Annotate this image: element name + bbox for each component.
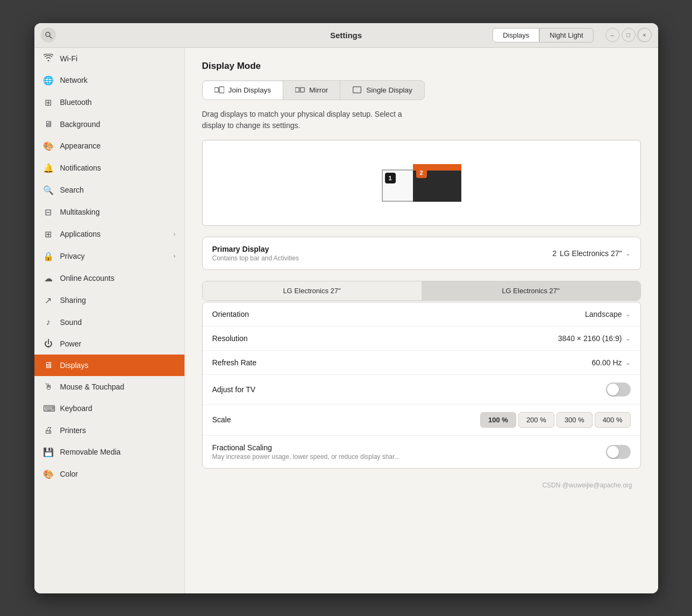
svg-rect-10 [353, 87, 361, 93]
sidebar-item-bluetooth[interactable]: ⊞ Bluetooth [34, 91, 184, 114]
close-button[interactable]: × [638, 28, 652, 42]
monitor-2[interactable]: 2 [413, 164, 461, 202]
tab-displays[interactable]: Displays [493, 28, 539, 43]
monitor-tab-1[interactable]: LG Electronics 27" [203, 281, 422, 300]
resolution-select[interactable]: 3840 × 2160 (16:9) ⌄ [558, 334, 631, 343]
main-content: Display Mode Join Displays Mirror [185, 48, 658, 593]
tab-night-light[interactable]: Night Light [539, 28, 593, 43]
scale-200-button[interactable]: 200 % [518, 412, 554, 428]
network-icon: 🌐 [43, 75, 54, 86]
orientation-chevron: ⌄ [625, 310, 631, 318]
online-accounts-icon: ☁ [43, 273, 54, 284]
single-display-button[interactable]: Single Display [340, 81, 424, 100]
sidebar-item-displays[interactable]: 🖥 Displays [34, 355, 184, 376]
adjust-tv-toggle[interactable] [606, 383, 631, 396]
orientation-row: Orientation Landscape ⌄ [203, 302, 640, 327]
scale-400-button[interactable]: 400 % [595, 412, 631, 428]
scale-300-button[interactable]: 300 % [557, 412, 593, 428]
sidebar-item-printers[interactable]: 🖨 Printers [34, 420, 184, 441]
svg-rect-6 [219, 87, 224, 93]
sidebar-label-color: Color [60, 470, 176, 478]
mirror-button[interactable]: Mirror [283, 81, 340, 100]
sidebar-label-applications: Applications [60, 230, 167, 238]
bluetooth-icon: ⊞ [43, 97, 54, 108]
svg-point-0 [46, 32, 50, 37]
printers-icon: 🖨 [43, 426, 54, 435]
sidebar-item-appearance[interactable]: 🎨 Appearance [34, 135, 184, 157]
sidebar-item-sound[interactable]: ♪ Sound [34, 311, 184, 333]
sidebar-label-sharing: Sharing [60, 296, 176, 305]
color-icon: 🎨 [43, 469, 54, 479]
sidebar-item-notifications[interactable]: 🔔 Notifications [34, 157, 184, 179]
display-description: Drag displays to match your physical dis… [202, 109, 641, 131]
sidebar-item-network[interactable]: 🌐 Network [34, 69, 184, 91]
sidebar-label-appearance: Appearance [60, 141, 176, 150]
sidebar-label-privacy: Privacy [60, 252, 167, 260]
background-icon: 🖥 [43, 119, 54, 129]
multitasking-icon: ⊟ [43, 207, 54, 217]
sidebar-item-privacy[interactable]: 🔒 Privacy › [34, 245, 184, 267]
maximize-button[interactable]: □ [622, 28, 636, 42]
sidebar-item-applications[interactable]: ⊞ Applications › [34, 223, 184, 245]
mouse-icon: 🖱 [43, 382, 54, 392]
primary-display-number: 2 [552, 249, 557, 258]
power-icon: ⏻ [43, 339, 54, 349]
sidebar-label-displays: Displays [60, 361, 176, 370]
search-icon: 🔍 [43, 185, 54, 195]
refresh-rate-value: 60.00 Hz [591, 358, 622, 367]
scale-100-button[interactable]: 100 % [480, 412, 516, 428]
scale-label: Scale [212, 415, 481, 424]
applications-icon: ⊞ [43, 229, 54, 239]
sidebar-item-keyboard[interactable]: ⌨ Keyboard [34, 398, 184, 420]
fractional-scaling-toggle[interactable] [606, 445, 631, 459]
sidebar-label-multitasking: Multitasking [60, 208, 176, 216]
monitor-2-badge: 2 [416, 167, 427, 178]
refresh-rate-row: Refresh Rate 60.00 Hz ⌄ [203, 351, 640, 375]
monitor-tabs: LG Electronics 27" LG Electronics 27" [202, 281, 641, 301]
resolution-label: Resolution [212, 334, 558, 343]
join-displays-button[interactable]: Join Displays [203, 81, 284, 100]
scale-buttons: 100 % 200 % 300 % 400 % [480, 412, 631, 428]
fractional-scaling-label-group: Fractional Scaling May increase power us… [212, 443, 606, 461]
sidebar-item-mouse-touchpad[interactable]: 🖱 Mouse & Touchpad [34, 376, 184, 398]
sidebar-item-removable-media[interactable]: 💾 Removable Media [34, 441, 184, 463]
sidebar-item-wifi[interactable]: Wi-Fi [34, 48, 184, 69]
adjust-tv-row: Adjust for TV [203, 375, 640, 405]
primary-display-select[interactable]: 2 LG Electronics 27" ⌄ [552, 249, 630, 258]
orientation-select[interactable]: Landscape ⌄ [585, 310, 631, 318]
join-displays-label: Join Displays [229, 86, 272, 94]
sidebar-item-online-accounts[interactable]: ☁ Online Accounts [34, 267, 184, 289]
fractional-scaling-sublabel: May increase power usage, lower speed, o… [212, 453, 606, 461]
sidebar-label-power: Power [60, 339, 176, 348]
displays-icon: 🖥 [43, 360, 54, 370]
primary-display-label: Primary Display [212, 245, 553, 253]
monitor-tab-2[interactable]: LG Electronics 27" [422, 281, 640, 300]
primary-display-chevron: ⌄ [625, 250, 631, 257]
svg-rect-8 [301, 88, 304, 92]
minimize-button[interactable]: – [605, 28, 619, 42]
fractional-scaling-label: Fractional Scaling [212, 443, 606, 452]
orientation-label: Orientation [212, 310, 585, 318]
primary-display-monitor: LG Electronics 27" [560, 249, 622, 258]
sidebar-label-wifi: Wi-Fi [60, 54, 176, 63]
sidebar-item-multitasking[interactable]: ⊟ Multitasking [34, 201, 184, 223]
footer-attribution: CSDN @wuweijie@apache.org [202, 469, 641, 493]
sidebar-item-color[interactable]: 🎨 Color [34, 463, 184, 485]
resolution-chevron: ⌄ [625, 335, 631, 342]
monitor-1-badge: 1 [385, 173, 396, 183]
sidebar-item-search[interactable]: 🔍 Search [34, 179, 184, 201]
wifi-icon [43, 54, 54, 63]
sidebar-item-background[interactable]: 🖥 Background [34, 114, 184, 135]
scale-row: Scale 100 % 200 % 300 % 400 % [203, 405, 640, 436]
window-controls: – □ × [605, 28, 652, 42]
applications-chevron: › [174, 230, 176, 238]
privacy-chevron: › [174, 252, 176, 260]
sidebar-label-printers: Printers [60, 426, 176, 435]
display-preview-area[interactable]: 1 2 [202, 140, 641, 226]
sidebar-item-sharing[interactable]: ↗ Sharing [34, 289, 184, 311]
search-button[interactable] [41, 27, 56, 43]
privacy-icon: 🔒 [43, 251, 54, 261]
display-mode-title: Display Mode [202, 61, 641, 72]
sidebar-item-power[interactable]: ⏻ Power [34, 333, 184, 355]
refresh-rate-select[interactable]: 60.00 Hz ⌄ [591, 358, 630, 367]
